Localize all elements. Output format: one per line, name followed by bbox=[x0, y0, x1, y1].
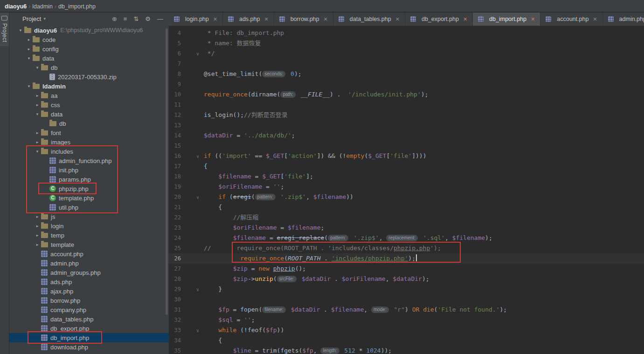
line-number[interactable]: 26 bbox=[169, 253, 181, 264]
code-line-22[interactable]: 22 //解压缩 bbox=[169, 212, 644, 223]
project-stripe-button[interactable]: Project bbox=[0, 13, 9, 46]
code-line-30[interactable]: 30 bbox=[169, 294, 644, 305]
tree-item-db_import.php[interactable]: db_import.php bbox=[9, 333, 169, 342]
code-line-16[interactable]: 16∨if (('import' == $_GET['action']) && … bbox=[169, 151, 644, 161]
code-line-7[interactable]: 7 bbox=[169, 59, 644, 69]
code-line-8[interactable]: 8@set_time_limit(seconds: 0); bbox=[169, 69, 644, 79]
tree-item-company.php[interactable]: company.php bbox=[9, 305, 169, 314]
code-line-4[interactable]: 4 * File: db_import.php bbox=[169, 28, 644, 38]
code-line-27[interactable]: 27 $zip = new phpzip(); bbox=[169, 264, 644, 274]
fold-marker-icon[interactable]: ∨ bbox=[181, 326, 204, 336]
code-line-9[interactable]: 9 bbox=[169, 79, 644, 89]
breadcrumb-item-diaoyu6[interactable]: diaoyu6 bbox=[5, 3, 27, 10]
code-line-11[interactable]: 11 bbox=[169, 100, 644, 110]
tab-db_export.php[interactable]: db_export.php✕ bbox=[405, 13, 473, 26]
tree-item-util.php[interactable]: util.php bbox=[9, 203, 169, 212]
code-line-33[interactable]: 33∨ while (!feof($fp)) bbox=[169, 325, 644, 335]
tree-item-admin.php[interactable]: admin.php bbox=[9, 259, 169, 268]
tree-item-borrow.php[interactable]: borrow.php bbox=[9, 296, 169, 305]
tree-item-20220317-005330.zip[interactable]: 20220317-005330.zip bbox=[9, 72, 169, 82]
tab-ads.php[interactable]: ads.php✕ bbox=[223, 13, 274, 26]
tree-item-phpzip.php[interactable]: phpzip.php bbox=[9, 184, 169, 193]
tree-item-js[interactable]: ▸js bbox=[9, 212, 169, 221]
code-line-25[interactable]: 25// require_once(ROOT_PATH . 'includes/… bbox=[169, 243, 644, 253]
code-line-20[interactable]: 20∨ if (eregi(pattern: '.zip$', $filenam… bbox=[169, 192, 644, 202]
line-number[interactable]: 21 bbox=[169, 202, 181, 212]
tree-item-admin_function.php[interactable]: admin_function.php bbox=[9, 156, 169, 165]
tree-item-font[interactable]: ▸font bbox=[9, 128, 169, 137]
tab-close-icon[interactable]: ✕ bbox=[213, 16, 217, 22]
tree-item-css[interactable]: ▸css bbox=[9, 100, 169, 109]
code-line-14[interactable]: 14$dataDir = '../data/db/'; bbox=[169, 130, 644, 141]
locate-file-icon[interactable]: ⊕ bbox=[112, 16, 117, 22]
tab-close-icon[interactable]: ✕ bbox=[531, 16, 535, 22]
line-number[interactable]: 9 bbox=[169, 79, 181, 89]
collapse-all-icon[interactable]: ⇅ bbox=[133, 16, 138, 22]
line-number[interactable]: 14 bbox=[169, 130, 181, 141]
tab-login.php[interactable]: login.php✕ bbox=[169, 13, 223, 26]
code-line-15[interactable]: 15 bbox=[169, 141, 644, 151]
tab-account.php[interactable]: account.php✕ bbox=[540, 13, 602, 26]
fold-marker-icon[interactable]: ∨ bbox=[181, 49, 204, 59]
tree-item-diaoyu6[interactable]: ▾diaoyu6E:\phpstudy_pro\WWW\diaoyu6 bbox=[9, 26, 169, 35]
line-number[interactable]: 4 bbox=[169, 28, 181, 38]
breadcrumb-item-db_import.php[interactable]: db_import.php bbox=[58, 3, 96, 10]
code-line-28[interactable]: 28 $zip->unzip(srcFile: $dataDir . $oriF… bbox=[169, 274, 644, 284]
tree-item-data_tables.php[interactable]: data_tables.php bbox=[9, 314, 169, 324]
line-number[interactable]: 25 bbox=[169, 243, 181, 253]
line-number[interactable]: 32 bbox=[169, 315, 181, 325]
tab-close-icon[interactable]: ✕ bbox=[264, 16, 268, 22]
tree-item-code[interactable]: ▸code bbox=[9, 35, 169, 44]
settings-gear-icon[interactable]: ⚙ bbox=[145, 16, 151, 22]
code-line-5[interactable]: 5 * name: 数据恢复 bbox=[169, 38, 644, 48]
tab-close-icon[interactable]: ✕ bbox=[593, 16, 597, 22]
code-line-35[interactable]: 35 $line = trim(fgets($fp, length: 512 *… bbox=[169, 346, 644, 354]
code-line-17[interactable]: 17{ bbox=[169, 161, 644, 171]
line-number[interactable]: 18 bbox=[169, 171, 181, 182]
code-line-34[interactable]: 34 { bbox=[169, 335, 644, 346]
tab-close-icon[interactable]: ✕ bbox=[463, 16, 467, 22]
code-line-10[interactable]: 10require_once(dirname(path: __FILE__) .… bbox=[169, 89, 644, 100]
code-line-23[interactable]: 23 $oriFilename = $filename; bbox=[169, 223, 644, 233]
code-line-24[interactable]: 24 $filename = eregi_replace(pattern: '.… bbox=[169, 233, 644, 243]
code-line-32[interactable]: 32 $sql = ''; bbox=[169, 315, 644, 325]
code-line-31[interactable]: 31 $fp = fopen(filename: $dataDir . $fil… bbox=[169, 305, 644, 315]
tree-item-aa[interactable]: ▸aa bbox=[9, 91, 169, 100]
tree-item-temp[interactable]: ▸temp bbox=[9, 231, 169, 240]
line-number[interactable]: 19 bbox=[169, 182, 181, 192]
line-number[interactable]: 35 bbox=[169, 346, 181, 354]
line-number[interactable]: 17 bbox=[169, 161, 181, 171]
tree-item-params.php[interactable]: params.php bbox=[9, 175, 169, 184]
code-line-21[interactable]: 21 { bbox=[169, 202, 644, 212]
tab-data_tables.php[interactable]: data_tables.php✕ bbox=[333, 13, 405, 26]
line-number[interactable]: 22 bbox=[169, 212, 181, 223]
tree-item-config[interactable]: ▸config bbox=[9, 44, 169, 54]
tree-item-download.php[interactable]: download.php bbox=[9, 342, 169, 352]
tree-item-images[interactable]: ▸images bbox=[9, 137, 169, 147]
hide-panel-icon[interactable]: — bbox=[157, 16, 163, 22]
line-number[interactable]: 7 bbox=[169, 59, 181, 69]
line-number[interactable]: 29 bbox=[169, 284, 181, 294]
tab-close-icon[interactable]: ✕ bbox=[395, 16, 400, 22]
line-number[interactable]: 16 bbox=[169, 151, 181, 161]
line-number[interactable]: 10 bbox=[169, 89, 181, 100]
tree-item-ads.php[interactable]: ads.php bbox=[9, 277, 169, 286]
tab-db_import.php[interactable]: db_import.php✕ bbox=[473, 13, 540, 26]
project-view-dropdown[interactable]: Project ▾ bbox=[22, 15, 46, 22]
line-number[interactable]: 23 bbox=[169, 223, 181, 233]
line-number[interactable]: 13 bbox=[169, 120, 181, 130]
tree-item-template[interactable]: ▸template bbox=[9, 240, 169, 249]
line-number[interactable]: 20 bbox=[169, 192, 181, 202]
code-line-19[interactable]: 19 $oriFilename = ''; bbox=[169, 182, 644, 192]
tab-admin.php[interactable]: admin.php✕ bbox=[603, 13, 644, 26]
line-number[interactable]: 11 bbox=[169, 100, 181, 110]
code-line-29[interactable]: 29∨ } bbox=[169, 284, 644, 294]
line-number[interactable]: 33 bbox=[169, 325, 181, 335]
line-number[interactable]: 30 bbox=[169, 294, 181, 305]
tree-item-ldadmin[interactable]: ▾ldadmin bbox=[9, 82, 169, 91]
line-number[interactable]: 27 bbox=[169, 264, 181, 274]
fold-marker-icon[interactable]: ∨ bbox=[181, 151, 204, 162]
tree-item-db_export.php[interactable]: db_export.php bbox=[9, 324, 169, 333]
line-number[interactable]: 15 bbox=[169, 141, 181, 151]
fold-marker-icon[interactable]: ∨ bbox=[181, 192, 204, 203]
